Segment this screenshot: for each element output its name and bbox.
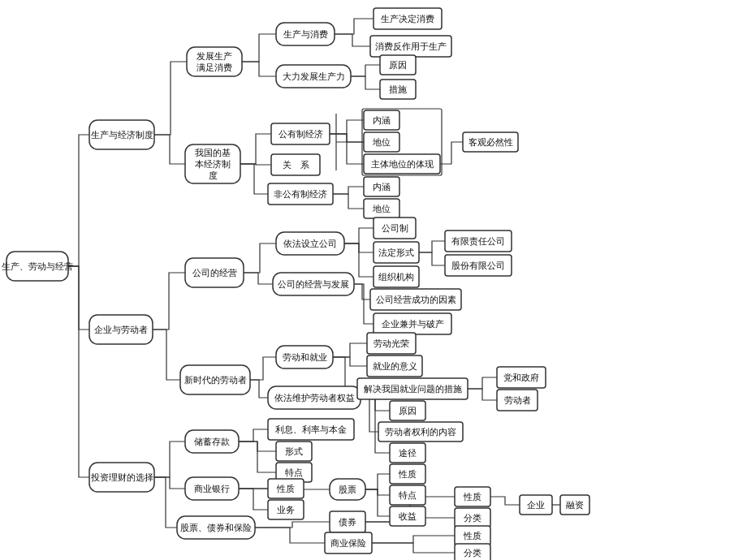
svg-text:劳动者权利的内容: 劳动者权利的内容 — [385, 427, 456, 437]
svg-text:生产、劳动与经营: 生产、劳动与经营 — [2, 261, 73, 271]
svg-text:企业兼并与破产: 企业兼并与破产 — [382, 319, 444, 329]
svg-text:收益: 收益 — [399, 511, 417, 521]
svg-text:内涵: 内涵 — [373, 115, 391, 125]
svg-text:劳动和就业: 劳动和就业 — [283, 352, 327, 362]
svg-text:性质: 性质 — [463, 492, 481, 502]
svg-text:企业: 企业 — [527, 500, 545, 510]
svg-text:地位: 地位 — [372, 137, 391, 147]
svg-text:劳动者: 劳动者 — [504, 395, 531, 405]
svg-text:措施: 措施 — [389, 84, 407, 94]
svg-text:性质: 性质 — [398, 469, 417, 479]
svg-text:公司经营成功的因素: 公司经营成功的因素 — [376, 295, 456, 304]
svg-text:本经济制: 本经济制 — [195, 159, 231, 169]
svg-text:公司的经营与发展: 公司的经营与发展 — [278, 279, 349, 289]
svg-text:股票: 股票 — [339, 485, 356, 494]
svg-text:股份有限公司: 股份有限公司 — [451, 261, 505, 270]
svg-text:法定形式: 法定形式 — [378, 248, 414, 257]
svg-text:关　系: 关 系 — [283, 160, 309, 170]
svg-text:大力发展生产力: 大力发展生产力 — [283, 71, 345, 81]
svg-text:解决我国就业问题的措施: 解决我国就业问题的措施 — [364, 384, 462, 394]
svg-text:生产与消费: 生产与消费 — [283, 29, 328, 39]
svg-text:劳动光荣: 劳动光荣 — [374, 338, 409, 348]
svg-text:公有制经济: 公有制经济 — [279, 129, 323, 139]
svg-text:非公有制经济: 非公有制经济 — [274, 189, 327, 199]
svg-text:特点: 特点 — [285, 467, 303, 477]
svg-text:特点: 特点 — [399, 490, 417, 500]
svg-text:利息、利率与本金: 利息、利率与本金 — [275, 424, 347, 434]
svg-text:发展生产: 发展生产 — [196, 51, 232, 61]
svg-text:债券: 债券 — [339, 517, 356, 527]
svg-text:地位: 地位 — [372, 204, 391, 213]
svg-text:主体地位的体现: 主体地位的体现 — [371, 159, 434, 169]
svg-text:生产与经济制度: 生产与经济制度 — [91, 130, 153, 140]
svg-text:客观必然性: 客观必然性 — [468, 137, 513, 147]
svg-text:业务: 业务 — [277, 505, 295, 515]
svg-text:公司的经营: 公司的经营 — [192, 268, 237, 278]
svg-text:生产决定消费: 生产决定消费 — [381, 14, 434, 24]
svg-text:企业与劳动者: 企业与劳动者 — [94, 325, 148, 334]
svg-text:股票、债券和保险: 股票、债券和保险 — [180, 523, 252, 532]
svg-text:消费反作用于生产: 消费反作用于生产 — [375, 41, 447, 51]
svg-text:公司制: 公司制 — [382, 223, 408, 233]
svg-text:性质: 性质 — [463, 531, 481, 541]
svg-text:我国的基: 我国的基 — [195, 148, 231, 157]
svg-text:商业保险: 商业保险 — [330, 538, 366, 548]
svg-text:依法设立公司: 依法设立公司 — [283, 239, 337, 248]
svg-text:依法维护劳动者权益: 依法维护劳动者权益 — [274, 393, 355, 403]
svg-text:途径: 途径 — [399, 448, 417, 458]
svg-text:原因: 原因 — [389, 60, 407, 70]
svg-text:形式: 形式 — [285, 446, 303, 456]
svg-text:有限责任公司: 有限责任公司 — [451, 236, 505, 246]
svg-text:原因: 原因 — [399, 406, 417, 416]
svg-text:组织机构: 组织机构 — [378, 272, 414, 282]
svg-text:性质: 性质 — [276, 484, 295, 493]
svg-text:投资理财的选择: 投资理财的选择 — [90, 472, 153, 482]
svg-text:满足消费: 满足消费 — [196, 62, 232, 72]
mind-map: 生产、劳动与经营生产与经济制度企业与劳动者投资理财的选择发展生产满足消费我国的基… — [0, 0, 747, 560]
svg-text:新时代的劳动者: 新时代的劳动者 — [184, 375, 247, 385]
svg-text:度: 度 — [209, 170, 218, 180]
svg-text:内涵: 内涵 — [373, 182, 391, 192]
svg-text:储蓄存款: 储蓄存款 — [194, 437, 230, 446]
svg-text:党和政府: 党和政府 — [503, 373, 539, 382]
svg-text:分类: 分类 — [464, 548, 481, 558]
svg-text:融资: 融资 — [566, 500, 584, 510]
svg-text:就业的意义: 就业的意义 — [373, 361, 417, 371]
svg-text:商业银行: 商业银行 — [194, 484, 230, 493]
svg-text:分类: 分类 — [464, 513, 481, 523]
